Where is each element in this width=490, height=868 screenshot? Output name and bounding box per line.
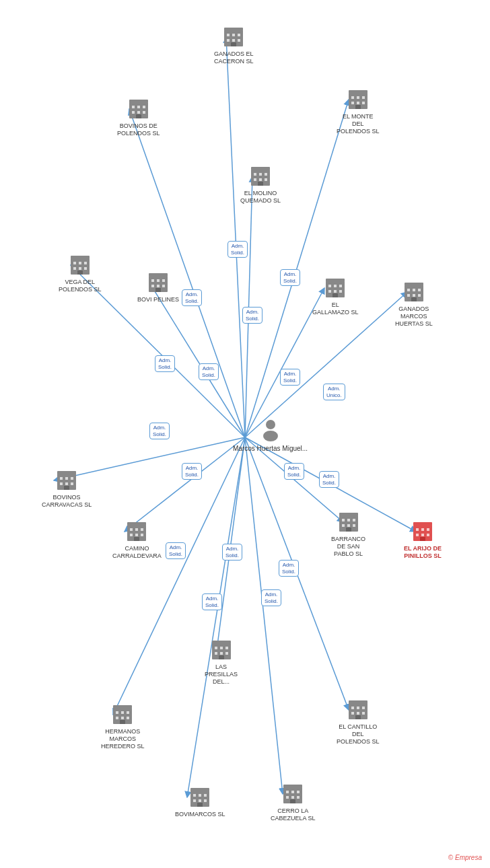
badge-2[interactable]: Adm. Solid. [182, 289, 202, 306]
svg-rect-61 [73, 267, 76, 270]
svg-rect-40 [351, 96, 354, 99]
badge-14[interactable]: Adm. Solid. [279, 560, 299, 577]
node-label-el_gallamazo: EL GALLAMAZO SL [312, 301, 359, 316]
badge-5[interactable]: Adm. Solid. [199, 363, 219, 380]
svg-rect-162 [297, 796, 300, 799]
svg-rect-103 [130, 528, 133, 531]
badge-4[interactable]: Adm. Solid. [155, 355, 175, 372]
company-node-las_presillas[interactable]: LAS PRESILLAS DEL... [205, 638, 238, 685]
svg-rect-82 [332, 293, 338, 297]
company-node-cerro_cabezuela[interactable]: CERRO LA CABEZUELA SL [271, 782, 316, 822]
company-node-bovinos_polendos[interactable]: BOVINOS DE POLENDOS SL [117, 97, 160, 137]
svg-rect-113 [347, 519, 350, 521]
svg-rect-165 [190, 788, 209, 791]
node-label-bovinos_carravacas: BOVINOS CARRAVACAS SL [42, 494, 92, 509]
svg-rect-48 [251, 167, 270, 170]
svg-rect-124 [416, 534, 419, 536]
badge-11[interactable]: Adm. Solid. [319, 471, 339, 488]
svg-rect-46 [355, 105, 361, 109]
node-label-bovi_pelines: BOVI PELINES [137, 296, 179, 303]
company-node-hermanos_marcos[interactable]: HERMANOS MARCOS HEREDERO SL [101, 702, 145, 750]
svg-rect-143 [121, 717, 124, 719]
company-node-el_gallamazo[interactable]: EL GALLAMAZO SL [312, 276, 359, 316]
svg-rect-31 [132, 106, 135, 108]
svg-rect-89 [413, 294, 415, 297]
svg-rect-132 [225, 647, 228, 649]
svg-rect-160 [286, 796, 289, 799]
svg-rect-151 [351, 712, 354, 715]
svg-rect-100 [64, 486, 69, 490]
company-node-el_molino[interactable]: EL MOLINO QUEMADO SL [240, 164, 281, 205]
badge-7[interactable]: Adm. Unico. [323, 384, 345, 400]
company-node-barranco_san_pablo[interactable]: BARRANCO DE SAN PABLO SL [331, 510, 365, 557]
svg-rect-88 [407, 294, 410, 297]
company-node-ganados_caceron[interactable]: GANADOS EL CACERON SL [214, 25, 254, 65]
svg-rect-134 [220, 652, 223, 655]
badge-15[interactable]: Adm. Solid. [202, 593, 222, 610]
svg-rect-130 [215, 647, 217, 649]
node-label-el_cantillo: EL CANTILLO DEL POLENDOS SL [337, 723, 380, 745]
badge-13[interactable]: Adm. Solid. [222, 544, 242, 560]
svg-rect-33 [143, 106, 145, 108]
node-label-las_presillas: LAS PRESILLAS DEL... [205, 663, 238, 685]
svg-rect-98 [65, 482, 68, 485]
svg-rect-149 [357, 707, 359, 709]
company-node-el_monte[interactable]: EL MONTE DEL POLENDOS SL [337, 87, 380, 135]
company-node-ganados_marcos[interactable]: GANADOS MARCOS HUERTAS SL [395, 280, 433, 327]
badge-0[interactable]: Adm. Solid. [228, 241, 248, 258]
company-node-vega_polendos[interactable]: VEGA DEL POLENDOS SL [59, 253, 102, 293]
svg-rect-81 [339, 290, 342, 293]
svg-rect-139 [116, 711, 118, 714]
badge-12[interactable]: Adm. Solid. [166, 542, 186, 559]
svg-rect-140 [121, 711, 124, 714]
badge-9[interactable]: Adm. Solid. [182, 463, 202, 480]
svg-rect-25 [227, 39, 230, 42]
svg-rect-55 [258, 182, 263, 186]
company-node-el_arijo[interactable]: EL ARIJO DE PINILLOS SL [404, 519, 442, 560]
svg-rect-30 [129, 100, 148, 103]
svg-rect-125 [421, 534, 424, 536]
svg-rect-147 [349, 700, 368, 704]
svg-rect-24 [238, 34, 240, 36]
badge-16[interactable]: Adm. Solid. [261, 589, 281, 606]
svg-rect-63 [84, 267, 87, 270]
svg-rect-27 [238, 39, 240, 42]
svg-rect-36 [143, 111, 145, 114]
node-label-bovinos_polendos: BOVINOS DE POLENDOS SL [117, 122, 160, 137]
svg-rect-84 [405, 283, 423, 286]
center-person[interactable]: Marcos Huertas Miguel... [233, 417, 308, 453]
svg-rect-145 [120, 720, 125, 724]
company-node-bovi_pelines[interactable]: BOVI PELINES [137, 270, 179, 303]
company-node-camino_carraldevara[interactable]: CAMINO CARRALDEVARA [112, 519, 162, 560]
company-node-bovimarcos[interactable]: BOVIMARCOS SL [175, 785, 225, 818]
svg-rect-170 [199, 799, 201, 802]
svg-rect-67 [151, 279, 154, 282]
svg-rect-123 [427, 528, 429, 531]
svg-rect-58 [73, 262, 76, 264]
svg-rect-171 [204, 799, 207, 802]
company-node-bovinos_carravacas[interactable]: BOVINOS CARRAVACAS SL [42, 468, 92, 509]
company-node-el_cantillo[interactable]: EL CANTILLO DEL POLENDOS SL [337, 698, 380, 745]
node-label-bovimarcos: BOVIMARCOS SL [175, 811, 225, 818]
svg-rect-144 [127, 717, 129, 719]
copyright-label: © Empresa [448, 854, 482, 861]
badge-3[interactable]: Adm. Solid. [242, 307, 262, 324]
svg-rect-23 [232, 34, 235, 36]
svg-rect-111 [339, 513, 358, 516]
svg-rect-43 [351, 102, 354, 104]
svg-rect-35 [137, 111, 140, 114]
badge-8[interactable]: Adm. Solid. [149, 423, 170, 439]
badge-10[interactable]: Adm. Solid. [284, 463, 304, 480]
svg-rect-156 [283, 785, 302, 788]
svg-rect-91 [411, 297, 417, 301]
svg-rect-52 [254, 178, 256, 181]
svg-rect-104 [135, 528, 138, 531]
svg-rect-51 [265, 173, 267, 176]
node-label-el_monte: EL MONTE DEL POLENDOS SL [337, 113, 380, 135]
svg-rect-86 [413, 289, 415, 291]
badge-6[interactable]: Adm. Solid. [280, 369, 300, 386]
svg-rect-39 [349, 90, 368, 94]
badge-1[interactable]: Adm. Solid. [280, 269, 300, 286]
svg-rect-97 [60, 482, 63, 485]
svg-rect-73 [155, 288, 161, 292]
